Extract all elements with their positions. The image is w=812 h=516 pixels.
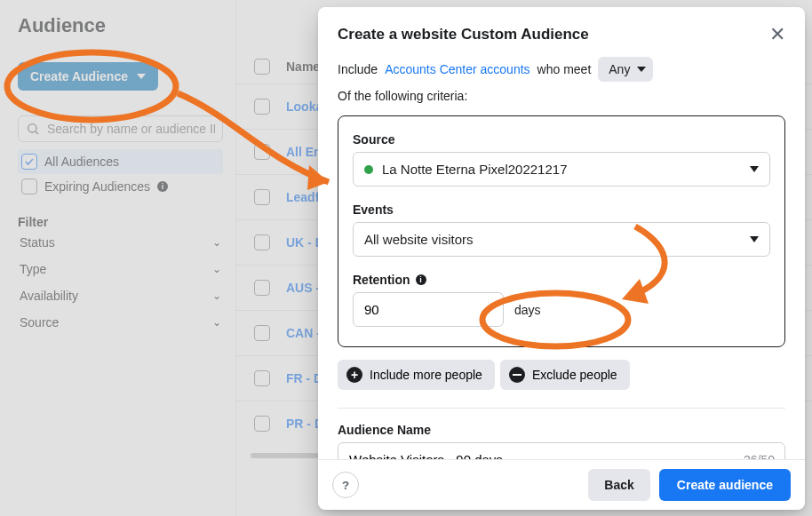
include-more-button[interactable]: Include more people — [338, 360, 495, 390]
retention-unit: days — [514, 303, 541, 317]
exclude-people-button[interactable]: Exclude people — [500, 360, 630, 390]
filter-all-label: All Audiences — [44, 155, 119, 169]
close-icon: ✕ — [769, 23, 785, 45]
filter-heading: Filter — [18, 215, 223, 229]
minus-icon — [509, 367, 525, 383]
row-checkbox[interactable] — [254, 280, 270, 296]
filter-all-audiences[interactable]: All Audiences — [18, 149, 223, 174]
chevron-down-icon: ⌄ — [212, 236, 221, 249]
audience-name-input[interactable] — [338, 442, 785, 459]
events-value: All website visitors — [364, 232, 474, 247]
create-audience-button[interactable]: Create Audience — [18, 62, 158, 91]
help-icon: ? — [342, 479, 349, 492]
modal-footer: ? Back Create audience — [318, 459, 805, 510]
left-column: Audience Create Audience All Audiences E… — [0, 0, 235, 516]
filter-expiring-label: Expiring Audiences — [44, 179, 150, 194]
accounts-center-link[interactable]: Accounts Center accounts — [385, 62, 529, 76]
chevron-down-icon — [750, 236, 759, 242]
criteria-box: Source La Notte Eterna Pixel20221217 Eve… — [338, 115, 785, 347]
select-all-checkbox[interactable] — [254, 59, 270, 75]
row-checkbox[interactable] — [254, 416, 270, 432]
audience-filters: All Audiences Expiring Audiences i — [18, 149, 223, 199]
row-checkbox[interactable] — [254, 99, 270, 115]
page-title: Audience — [18, 14, 223, 37]
create-custom-audience-modal: Create a website Custom Audience ✕ Inclu… — [318, 7, 805, 510]
search-input[interactable] — [47, 122, 215, 136]
audience-name-counter: 26/50 — [744, 453, 775, 460]
filter-status[interactable]: Status⌄ — [18, 229, 223, 256]
source-label: Source — [353, 132, 770, 147]
plus-icon — [346, 367, 362, 383]
row-checkbox[interactable] — [254, 370, 270, 386]
chevron-down-icon: ⌄ — [212, 290, 221, 302]
column-name: Name — [286, 60, 320, 74]
chevron-down-icon: ⌄ — [212, 316, 221, 329]
any-dropdown[interactable]: Any — [598, 57, 653, 82]
chevron-down-icon: ⌄ — [212, 263, 221, 275]
retention-input[interactable] — [353, 292, 504, 327]
source-value: La Notte Eterna Pixel20221217 — [382, 162, 567, 177]
modal-header: Create a website Custom Audience ✕ — [318, 7, 805, 55]
info-icon: i — [157, 181, 168, 192]
audience-name-label: Audience Name — [338, 423, 785, 437]
events-select[interactable]: All website visitors — [353, 222, 770, 257]
modal-title: Create a website Custom Audience — [338, 26, 589, 44]
search-input-wrapper[interactable] — [18, 115, 223, 142]
include-criteria-line: Include Accounts Center accounts who mee… — [338, 57, 785, 103]
retention-row: days — [353, 292, 770, 327]
filter-type[interactable]: Type⌄ — [18, 256, 223, 282]
create-audience-submit-button[interactable]: Create audience — [659, 469, 791, 501]
filter-source[interactable]: Source⌄ — [18, 309, 223, 336]
svg-point-0 — [28, 124, 36, 132]
include-exclude-row: Include more people Exclude people — [338, 360, 785, 390]
filter-expiring-audiences[interactable]: Expiring Audiences i — [18, 174, 223, 199]
info-icon: i — [416, 274, 426, 285]
svg-line-1 — [36, 131, 38, 134]
help-button[interactable]: ? — [332, 472, 359, 498]
row-checkbox[interactable] — [254, 144, 270, 160]
checkbox-icon — [21, 179, 37, 194]
back-button[interactable]: Back — [588, 469, 649, 501]
checkbox-checked-icon — [21, 154, 37, 170]
filter-availability[interactable]: Availability⌄ — [18, 282, 223, 309]
events-label: Events — [353, 202, 770, 217]
row-checkbox[interactable] — [254, 189, 270, 205]
chevron-down-icon — [750, 166, 759, 172]
retention-label: Retention i — [353, 273, 770, 287]
chevron-down-icon — [637, 67, 646, 72]
search-icon — [26, 122, 40, 136]
chevron-down-icon — [137, 74, 146, 79]
pixel-active-icon — [364, 165, 373, 174]
create-audience-label: Create Audience — [30, 69, 128, 83]
modal-body: Include Accounts Center accounts who mee… — [318, 55, 805, 459]
divider — [338, 408, 785, 409]
row-checkbox[interactable] — [254, 325, 270, 341]
close-button[interactable]: ✕ — [769, 23, 785, 46]
source-select[interactable]: La Notte Eterna Pixel20221217 — [353, 152, 770, 187]
row-checkbox[interactable] — [254, 234, 270, 250]
